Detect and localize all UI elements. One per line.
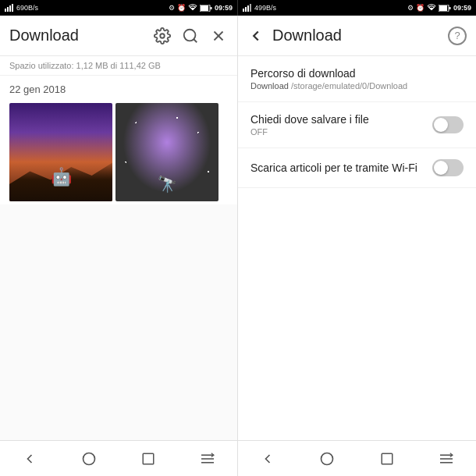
settings-download-path[interactable]: Percorso di download Download /storage/e… xyxy=(238,56,476,102)
svg-rect-8 xyxy=(245,7,247,12)
storage-info: Spazio utilizzato: 1,12 MB di 111,42 GB xyxy=(0,56,237,76)
left-panel: Download xyxy=(0,16,238,476)
nav-bar-right xyxy=(238,440,476,476)
right-content-area xyxy=(238,188,476,440)
wifi-download-text: Scarica articoli per te tramite Wi-Fi xyxy=(250,162,432,174)
wifi-download-label: Scarica articoli per te tramite Wi-Fi xyxy=(250,162,432,174)
ask-where-label: Chiedi dove salvare i file xyxy=(250,113,432,126)
ask-where-toggle[interactable] xyxy=(432,116,464,133)
settings-status-icon: ⚙ xyxy=(169,4,175,12)
back-button[interactable] xyxy=(247,27,265,44)
svg-rect-25 xyxy=(382,453,393,464)
right-panel-title: Download xyxy=(272,27,440,44)
alarm-status-icon: ⏰ xyxy=(177,4,186,12)
nav-recents-left[interactable] xyxy=(137,448,159,470)
svg-rect-6 xyxy=(201,5,208,11)
signal-icon-right xyxy=(243,4,252,12)
speed-right: 499B/s xyxy=(254,4,276,12)
svg-rect-2 xyxy=(9,5,11,12)
speed-left: 690B/s xyxy=(16,4,38,12)
nav-back-left[interactable] xyxy=(19,448,41,470)
nav-home-left[interactable] xyxy=(78,448,100,470)
right-status-right: ⚙ ⏰ 09:59 xyxy=(407,4,471,12)
robot-icon-2: 🔭 xyxy=(158,175,177,194)
svg-line-16 xyxy=(194,39,197,42)
svg-rect-1 xyxy=(7,7,9,12)
alarm-status-icon-r: ⏰ xyxy=(416,4,424,12)
battery-left xyxy=(200,5,212,12)
download-path-label: Percorso di download xyxy=(250,67,464,80)
right-panel: Download ? Percorso di download Download… xyxy=(238,16,476,476)
settings-ask-where[interactable]: Chiedi dove salvare i file OFF xyxy=(238,102,476,148)
svg-rect-9 xyxy=(247,5,249,12)
svg-rect-3 xyxy=(12,4,13,12)
ask-where-sublabel: OFF xyxy=(250,127,432,137)
thumbnail-2[interactable]: 🔭 xyxy=(115,103,218,201)
svg-rect-5 xyxy=(210,7,211,9)
wifi-status-icon xyxy=(188,4,197,12)
svg-rect-12 xyxy=(449,7,450,9)
left-status-right: ⚙ ⏰ 09:59 xyxy=(169,4,233,12)
nav-bar-left xyxy=(0,440,237,476)
thumbnails-grid: 🔭 xyxy=(0,100,237,204)
settings-button[interactable] xyxy=(153,27,172,45)
left-status-left: 690B/s xyxy=(5,4,38,12)
nav-back-right[interactable] xyxy=(257,448,279,470)
time-right: 09:59 xyxy=(453,4,471,12)
ask-where-text: Chiedi dove salvare i file OFF xyxy=(250,113,432,137)
left-toolbar: Download xyxy=(0,16,237,56)
settings-status-icon-r: ⚙ xyxy=(407,4,414,12)
svg-point-15 xyxy=(184,29,196,41)
date-header: 22 gen 2018 xyxy=(0,76,237,100)
help-button[interactable]: ? xyxy=(448,27,467,45)
right-status-left: 499B/s xyxy=(243,4,276,12)
svg-point-24 xyxy=(321,453,333,464)
wifi-download-toggle[interactable] xyxy=(432,159,464,176)
svg-rect-0 xyxy=(5,9,6,12)
wifi-status-icon-r xyxy=(427,4,436,12)
left-content-area xyxy=(0,204,237,440)
settings-section: Percorso di download Download /storage/e… xyxy=(238,56,476,188)
download-path-text: Percorso di download Download /storage/e… xyxy=(250,67,464,91)
svg-point-14 xyxy=(160,34,165,38)
download-path-prefix: Download xyxy=(250,81,289,91)
nav-recents-right[interactable] xyxy=(376,448,398,470)
nav-menu-right[interactable] xyxy=(435,448,457,470)
thumbnail-1[interactable] xyxy=(9,103,112,201)
nav-menu-left[interactable] xyxy=(197,448,218,470)
nav-home-right[interactable] xyxy=(316,448,338,470)
left-panel-title: Download xyxy=(9,27,153,44)
help-icon: ? xyxy=(454,30,460,41)
time-left: 09:59 xyxy=(215,4,233,12)
signal-icon-left xyxy=(5,4,14,12)
svg-rect-20 xyxy=(143,453,154,464)
battery-right xyxy=(439,5,451,12)
svg-point-19 xyxy=(83,453,95,464)
search-button[interactable] xyxy=(181,27,200,45)
download-path-value: /storage/emulated/0/Download xyxy=(291,81,407,91)
download-path-sublabel: Download /storage/emulated/0/Download xyxy=(250,81,464,91)
thumb2-stars xyxy=(115,103,218,201)
left-toolbar-icons xyxy=(153,27,228,45)
svg-rect-7 xyxy=(243,9,244,12)
svg-rect-13 xyxy=(439,5,447,11)
svg-rect-10 xyxy=(250,4,251,12)
close-button[interactable] xyxy=(209,27,228,45)
right-toolbar: Download ? xyxy=(238,16,476,56)
settings-wifi-download[interactable]: Scarica articoli per te tramite Wi-Fi xyxy=(238,148,476,188)
